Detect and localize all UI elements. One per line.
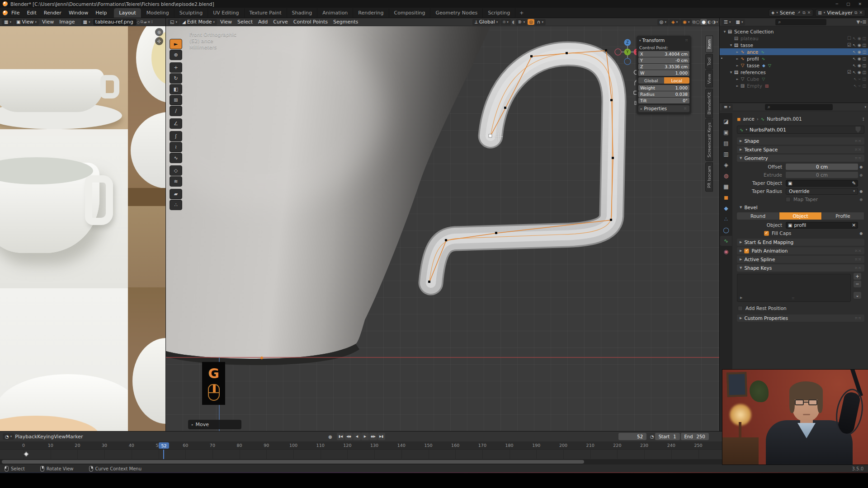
camera-toggle-icon[interactable]: ◫ <box>862 84 866 88</box>
menu-file[interactable]: File <box>8 10 23 16</box>
animate-dot-icon[interactable]: ● <box>858 165 864 169</box>
properties-tab-modifiers[interactable]: ◆ <box>720 203 732 213</box>
viewport-menu-select[interactable]: Select <box>235 19 255 25</box>
viewport-menu-curve[interactable]: Curve <box>270 19 290 25</box>
camera-toggle-icon[interactable]: ◫ <box>862 43 866 47</box>
tool-curve[interactable]: ∿ <box>170 153 182 163</box>
selected-control-point[interactable] <box>489 134 492 137</box>
tool-transform[interactable]: ⊞ <box>170 95 182 105</box>
properties-tab-output[interactable]: ▤ <box>720 138 732 148</box>
tool-select-tweak[interactable]: ► <box>170 39 182 49</box>
outliner-row-tasse[interactable]: ▼▤tasse☑↖◉◫ <box>720 42 868 48</box>
workspace-tab-modeling[interactable]: Modeling <box>142 8 175 18</box>
outliner-row-plateau[interactable]: ▤plateau☐↖◉◫ <box>720 35 868 42</box>
viewport-menu-view[interactable]: View <box>217 19 235 25</box>
disclosure-icon[interactable]: ► <box>735 77 740 80</box>
exclude-checkbox[interactable]: ☐ <box>847 36 851 41</box>
tool-move[interactable]: + <box>170 62 182 73</box>
menu-render[interactable]: Render <box>40 10 65 16</box>
editor-type-button[interactable]: ◱▾ <box>168 19 179 25</box>
outliner-row-empty[interactable]: ►▨Empty▨↖⌣◫ <box>720 82 868 89</box>
sidebar-tab-view[interactable]: View <box>705 70 713 88</box>
outliner-row-profil[interactable]: •►∿profil∿↖◉◫ <box>720 55 868 62</box>
panel-shape[interactable]: ▶Shape⁙⁙ <box>737 137 864 145</box>
add-workspace-button[interactable]: + <box>515 8 528 18</box>
disclosure-icon[interactable]: ► <box>735 50 740 53</box>
eye-open-icon[interactable]: ◉ <box>858 43 861 47</box>
overlays-dropdown[interactable]: ◉▾ <box>680 19 692 25</box>
pan-hand-icon[interactable]: ✣ <box>155 37 163 45</box>
playhead[interactable] <box>163 450 164 459</box>
panel-active-spline[interactable]: ▶Active Spline⁙⁙ <box>737 256 864 263</box>
proportional-editing-icon[interactable]: ◎ <box>528 19 534 25</box>
playhead-frame-chip[interactable]: 52 <box>159 442 169 449</box>
sidebar-tab-tool[interactable]: Tool <box>705 54 713 69</box>
select-arrow-icon[interactable]: ↖ <box>853 63 856 68</box>
taper-object-field[interactable]: ▣✎ <box>786 180 858 187</box>
eye-open-icon[interactable]: ◉ <box>858 50 861 54</box>
timeline-menu-keying[interactable]: Keying <box>37 434 54 440</box>
exclude-checkbox[interactable]: ☑ <box>847 42 851 47</box>
select-arrow-icon[interactable]: ↖ <box>853 50 856 54</box>
path-animation-checkbox[interactable] <box>744 249 749 253</box>
transport-next-key[interactable]: ◆▶ <box>369 433 377 440</box>
tool-tilt[interactable]: ◇ <box>170 165 182 176</box>
image-name-field[interactable]: tableau-ref.png <box>93 19 137 25</box>
workspace-tab-animation[interactable]: Animation <box>317 8 353 18</box>
chevron-down-icon[interactable]: ▾ <box>864 105 866 109</box>
transport-play-back[interactable]: ◀ <box>353 433 361 440</box>
properties-tab-render[interactable]: ▣ <box>720 127 732 137</box>
eye-open-icon[interactable]: ◉ <box>858 70 861 75</box>
stopwatch-icon[interactable]: ◔ <box>650 434 654 439</box>
record-icon[interactable]: ● <box>328 434 332 439</box>
editor-type-button[interactable]: ☰▾ <box>722 19 733 25</box>
panel-geometry[interactable]: ▼Geometry⁙⁙ <box>737 155 864 162</box>
scene-selector[interactable]: ◈▾ Scene 📌︎⧉✕ <box>769 9 813 17</box>
reference-image[interactable]: ⊕ ✣ <box>0 26 166 432</box>
gizmos-dropdown[interactable]: ◈▾ <box>669 19 680 25</box>
tool-rotate[interactable]: ↻ <box>170 73 182 84</box>
axis-neg-x-ball[interactable] <box>615 49 621 55</box>
camera-toggle-icon[interactable]: ◫ <box>862 70 866 75</box>
eye-open-icon[interactable]: ◉ <box>858 56 861 61</box>
timeline-menu-view[interactable]: View <box>54 434 66 440</box>
close-icon[interactable]: ✕ <box>859 10 863 15</box>
maximize-button[interactable]: ▢ <box>846 2 850 6</box>
sidebar-tab-blenderkit[interactable]: BlenderKit <box>705 89 713 118</box>
disclosure-icon[interactable]: ▼ <box>722 30 727 33</box>
add-shape-key-button[interactable]: + <box>854 273 861 280</box>
select-arrow-icon[interactable]: ↖ <box>853 70 856 75</box>
properties-tab-view-layer[interactable]: ▥ <box>720 149 732 159</box>
minimize-button[interactable]: ─ <box>836 2 838 6</box>
camera-toggle-icon[interactable]: ◫ <box>862 77 866 81</box>
blender-menu-icon[interactable] <box>3 10 8 15</box>
tool-measure[interactable]: ∠ <box>170 118 182 129</box>
properties-tab-particles[interactable]: ∴ <box>720 214 732 224</box>
transform-field-weight[interactable]: Weight1.000 <box>638 85 689 91</box>
pin-icon[interactable]: ⟟ <box>151 19 152 24</box>
pivot-point-dropdown[interactable]: ⌾▾ <box>500 19 511 25</box>
workspace-tab-compositing[interactable]: Compositing <box>389 8 431 18</box>
falloff-dropdown[interactable]: ∩▾ <box>535 19 546 25</box>
display-mode-dropdown[interactable]: ▣View▾ <box>14 19 39 25</box>
tool-randomize[interactable]: ≋ <box>170 176 182 187</box>
camera-toggle-icon[interactable]: ◫ <box>862 63 866 68</box>
image-datablock-icon-button[interactable]: ▦▾ <box>81 19 93 25</box>
tool-cursor[interactable]: ⊕ <box>170 50 182 60</box>
outliner-search[interactable]: ⌕ <box>775 19 826 25</box>
panel-custom-properties[interactable]: ▶Custom Properties⁙⁙ <box>737 314 864 322</box>
eyedropper-icon[interactable]: ✎ <box>852 180 856 186</box>
tool-scale[interactable]: ◧ <box>170 84 182 94</box>
bevel-object-field[interactable]: ▣profil✕ <box>786 222 858 229</box>
copy-icon[interactable]: ⧉ <box>854 10 857 15</box>
properties-tab-object-data[interactable]: ∿ <box>720 236 732 246</box>
xray-toggle-icon[interactable]: ⧉ <box>692 19 695 25</box>
transport-prev-key[interactable]: ◀◆ <box>345 433 353 440</box>
transform-field-y[interactable]: Y-0 cm <box>638 57 689 63</box>
operator-redo-panel[interactable]: ▸Move <box>188 420 241 429</box>
transform-field-x[interactable]: X3.4004 cm <box>638 51 689 57</box>
item-name[interactable]: Empty <box>745 83 762 89</box>
outliner-row-scene-collection[interactable]: ▼▤Scene Collection <box>720 28 868 35</box>
workspace-tab-sculpting[interactable]: Sculpting <box>175 8 208 18</box>
transform-field-tilt[interactable]: Tilt0° <box>638 98 689 103</box>
